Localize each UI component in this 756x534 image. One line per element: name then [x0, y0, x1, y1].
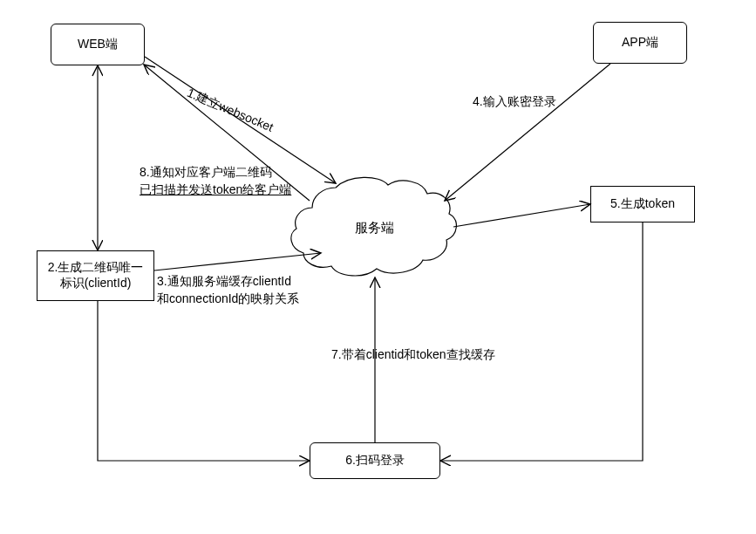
- node-step6-label: 6.扫码登录: [345, 453, 405, 469]
- edge-label-4: 4.输入账密登录: [473, 94, 556, 110]
- svg-line-5: [453, 204, 590, 227]
- edge-label-8-line2: 已扫描并发送token给客户端: [140, 181, 291, 199]
- node-web: WEB端: [51, 24, 145, 65]
- node-step2: 2.生成二维码唯一标识(clientId): [37, 250, 154, 301]
- node-web-label: WEB端: [78, 37, 118, 52]
- edge-label-8: 8.通知对应客户端二维码 已扫描并发送token给客户端: [140, 164, 291, 198]
- diagram-canvas: WEB端 APP端 2.生成二维码唯一标识(clientId) 5.生成toke…: [0, 0, 756, 534]
- node-app-label: APP端: [622, 35, 658, 51]
- node-server-label: 服务端: [355, 220, 394, 236]
- node-app: APP端: [593, 22, 687, 64]
- edge-label-8-line1: 8.通知对应客户端二维码: [140, 164, 291, 181]
- svg-line-4: [154, 253, 321, 270]
- edge-label-3-line2: 和connectionId的映射关系: [157, 291, 299, 308]
- node-step5-label: 5.生成token: [610, 196, 675, 212]
- edge-label-7: 7.带着clientid和token查找缓存: [331, 347, 495, 363]
- node-step2-label: 2.生成二维码唯一标识(clientId): [43, 260, 148, 291]
- node-step5: 5.生成token: [590, 186, 695, 222]
- svg-line-1: [445, 64, 610, 201]
- edge-label-3: 3.通知服务端缓存clientId 和connectionId的映射关系: [157, 273, 299, 307]
- edge-label-3-line1: 3.通知服务端缓存clientId: [157, 273, 299, 291]
- edge-label-1: 1.建立websocket: [184, 86, 275, 136]
- node-step6: 6.扫码登录: [310, 442, 440, 479]
